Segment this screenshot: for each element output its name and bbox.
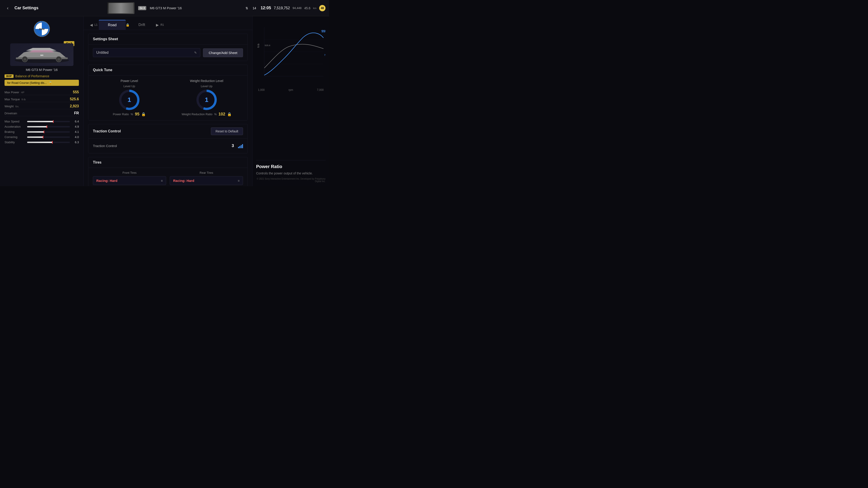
power-ratio-lock: 🔒 [141,112,146,116]
power-ratio-row: Power Ratio % 95 🔒 [113,112,146,117]
rear-tire-name: Racing: Hard [173,179,194,183]
weight-level-value: 1 [205,96,209,103]
power-ratio-value: 95 [135,112,140,117]
bar-stability: Stability 6.3 [4,140,79,145]
svg-point-5 [24,58,26,61]
front-tire-name: Racing: Hard [96,179,117,183]
stats-grid: Max Power HP 555 Max Torque ft-lb 525.6 … [4,90,79,116]
speed-display: 45.6 [304,6,310,10]
front-tire-menu-icon: ≡ [161,179,163,183]
tires-grid: Front Tires Racing: Hard ≡ Rear Tires Ra… [93,171,243,185]
change-sheet-button[interactable]: Change/Add Sheet [203,48,243,57]
sheet-name-field[interactable]: Untitled ✎ [93,48,200,57]
svg-text:555: 555 [321,29,326,33]
front-tire-col: Front Tires Racing: Hard ≡ [93,171,166,185]
traction-control-title: Traction Control [93,129,121,133]
info-desc: Controls the power output of the vehicle… [256,171,326,176]
chart-x-labels: 1,000 rpm 7,000 [256,88,326,92]
tab-road[interactable]: Road [99,20,125,30]
weight-level-item: Weight Reduction Level Level Up 1 Weight… [170,79,243,117]
svg-text:hp: hp [324,54,326,56]
svg-text:ft-lb: ft-lb [257,43,260,48]
back-button[interactable]: ‹ [4,4,12,12]
top-bar-right: ⇅ 14 12:05 [246,6,271,10]
car-name-top: M6 GT3 M Power '16 [150,6,182,10]
rank-value: 14 [253,6,256,10]
main-layout: BMW Gr.3 989 [0,16,329,186]
chart-container: 555 ft-lb hp 525.6 1,000 rpm 7,000 [256,20,326,92]
traction-reset-button[interactable]: Reset to Default [211,127,243,135]
settings-sheet-section: Settings Sheet Untitled ✎ Change/Add She… [88,34,248,61]
stat-row-drivetrain: Drivetrain FR [4,110,79,116]
weight-ratio-label: Weight Reduction Ratio [182,112,212,116]
tab-drift[interactable]: Drift [129,20,154,30]
info-section: Power Ratio Controls the power output of… [256,160,326,176]
tab-nav-left[interactable]: ◀ [88,22,94,28]
power-level-dial[interactable]: 1 [119,90,140,110]
svg-text:525.6: 525.6 [265,44,270,46]
rear-tire-select[interactable]: Racing: Hard ≡ [170,176,243,185]
tab-nav-right[interactable]: ▶ [154,22,160,28]
power-ratio-label: Power Ratio [113,112,129,116]
weight-level-dial[interactable]: 1 [196,90,217,110]
bar-acceleration: Acceleration 4.9 [4,124,79,129]
settings-sheet-row: Untitled ✎ Change/Add Sheet [93,48,243,57]
svg-rect-9 [256,23,326,85]
weight-ratio-lock: 🔒 [227,112,232,116]
weight-level-label: Weight Reduction Level [190,79,223,83]
sheet-name-text: Untitled [96,51,108,55]
tires-header: Tires [88,157,248,168]
info-title: Power Ratio [256,164,326,169]
sheet-edit-icon: ✎ [194,51,197,55]
weight-level-up-label: Level Up [201,85,212,88]
rank-icon: ⇅ [246,6,248,10]
r1-badge: R1 [160,23,164,26]
car-image-sidebar: 989 [10,43,73,66]
bop-lock-icon: 🔒 [49,81,52,85]
tires-section: Tires Front Tires Racing: Hard ≡ Rear Ti… [88,157,248,186]
tc-row: Traction Control 3 [93,142,243,150]
top-bar-center: Gr.3 M6 GT3 M Power '16 [46,2,243,14]
bop-badge: BOP [4,74,13,78]
traction-control-header: Traction Control Reset to Default [88,124,248,138]
car-name-sidebar: M6 GT3 M Power '16 [4,68,79,72]
page-title: Car Settings [14,6,38,10]
car-image-top [108,3,133,13]
front-tire-label: Front Tires [93,171,166,174]
rear-tire-label: Rear Tires [170,171,243,174]
tc-label: Traction Control [93,144,117,148]
tc-value: 3 [229,143,236,148]
car-svg: 989 [12,46,71,64]
settings-sheet-body: Untitled ✎ Change/Add Sheet [88,44,248,61]
weight-ratio-value: 102 [218,112,225,117]
rear-tire-menu-icon: ≡ [238,179,240,183]
bar-maxspeed: Max Speed 6.4 [4,119,79,124]
chart-x-min: 1,000 [258,88,265,92]
bop-road-note: for Road Course (Setting dis... 🔒 [4,80,79,86]
bmw-logo: BMW [34,21,50,37]
mileage-display: 94,448 [292,6,302,10]
tires-body: Front Tires Racing: Hard ≡ Rear Tires Ra… [88,168,248,186]
tc-value-row: 3 [229,143,243,148]
gr-badge-top: Gr.3 [138,6,146,10]
chart-area: 555 ft-lb hp 525.6 1,000 rpm 7,000 [256,20,326,158]
bop-note-text: for Road Course (Setting dis... [7,81,47,85]
power-level-up-label: Level Up [123,85,135,88]
michelin-row: Tire Technology by M MICHELIN [93,185,243,186]
quick-tune-header: Quick Tune [88,65,248,75]
tc-bar-icon[interactable] [238,144,243,148]
front-tire-select[interactable]: Racing: Hard ≡ [93,176,166,185]
weight-ratio-row: Weight Reduction Ratio % 102 🔒 [182,112,231,117]
power-level-item: Power Level Level Up 1 Power Ratio % 95 [93,79,166,117]
clock-display: 12:05 [260,6,271,10]
settings-sheet-title: Settings Sheet [93,37,118,41]
tires-title: Tires [93,160,101,164]
stat-row-weight: Weight lbs. 2,923 [4,103,79,109]
chart-x-rpm: rpm [288,88,293,92]
level-badge: 48 [319,5,326,11]
rear-tire-col: Rear Tires Racing: Hard ≡ [170,171,243,185]
traction-control-body: Traction Control 3 [88,138,248,153]
credits-display: 7,519,752 [274,6,290,10]
svg-text:989: 989 [40,54,43,56]
stat-row-torque: Max Torque ft-lb 525.6 [4,96,79,102]
